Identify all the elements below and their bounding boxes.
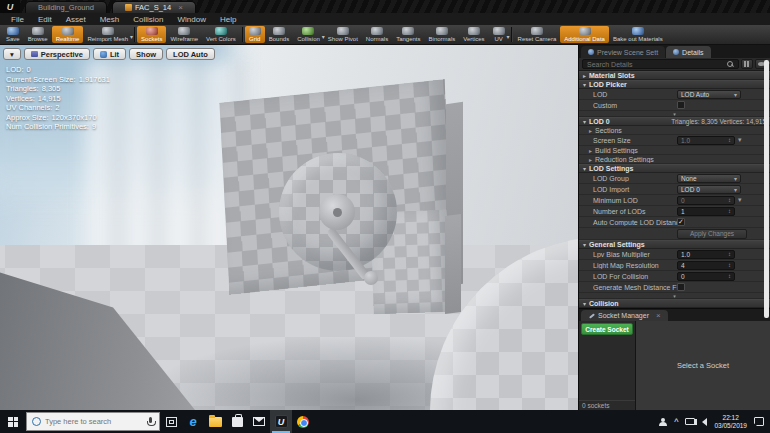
window-tab-label: Building_Ground — [38, 3, 94, 12]
toolbar-label: Grid — [249, 36, 260, 42]
spinner-icon[interactable]: ↕ — [728, 251, 731, 257]
spinner-icon[interactable]: ↕ — [728, 208, 731, 214]
property-label: LOD For Collision — [579, 273, 677, 280]
view-options-button[interactable] — [741, 59, 753, 69]
show-hidden-icons-chevron[interactable]: ^ — [674, 417, 678, 427]
uv-button[interactable]: UV▾ — [489, 26, 509, 43]
menu-file[interactable]: File — [4, 15, 31, 24]
menu-edit[interactable]: Edit — [31, 15, 59, 24]
create-socket-button[interactable]: Create Socket — [581, 323, 633, 335]
volume-icon[interactable] — [702, 418, 707, 426]
close-icon[interactable]: × — [178, 3, 183, 12]
show-button[interactable]: Show — [129, 48, 163, 60]
edge-button[interactable]: e — [182, 410, 204, 433]
details-scrollbar[interactable] — [764, 60, 769, 318]
number-of-lods-input[interactable]: 1↕ — [677, 207, 735, 216]
show-pivot-button[interactable]: Show Pivot — [324, 26, 362, 43]
bounds-button[interactable]: Bounds — [265, 26, 293, 43]
section-lod0[interactable]: ▾ LOD 0 Triangles: 8,305 Vertices: 14,91… — [579, 117, 770, 126]
start-button[interactable] — [0, 410, 26, 433]
menu-help[interactable]: Help — [213, 15, 243, 24]
auto-compute-lod-checkbox[interactable] — [677, 218, 685, 226]
vertices-button[interactable]: Vertices — [459, 26, 488, 43]
task-view-button[interactable] — [160, 410, 182, 433]
people-icon[interactable] — [659, 418, 667, 426]
lit-button[interactable]: Lit — [93, 48, 126, 60]
spinner-icon[interactable]: ↕ — [728, 273, 731, 279]
browse-button[interactable]: Browse — [24, 26, 52, 43]
menu-asset[interactable]: Asset — [59, 15, 93, 24]
sockets-button[interactable]: Sockets — [137, 26, 166, 43]
taskbar-search[interactable] — [26, 412, 160, 431]
search-input[interactable] — [587, 61, 727, 68]
file-explorer-button[interactable] — [204, 410, 226, 433]
apply-changes-button[interactable]: Apply Changes — [677, 229, 747, 239]
custom-checkbox[interactable] — [677, 101, 685, 109]
close-icon[interactable]: × — [656, 311, 661, 320]
grid-button[interactable]: Grid — [245, 26, 265, 43]
lpv-bias-input[interactable]: 1.0↕ — [677, 250, 735, 259]
viewport-options-button[interactable]: ▾ — [3, 48, 21, 60]
section-general-settings[interactable]: ▾ General Settings — [579, 240, 770, 249]
save-button[interactable]: Save — [2, 26, 24, 43]
tangents-button[interactable]: Tangents — [392, 26, 424, 43]
section-lod-picker[interactable]: ▾ LOD Picker — [579, 80, 770, 89]
taskbar-clock[interactable]: 22:12 03/05/2019 — [714, 414, 747, 430]
menu-collision[interactable]: Collision — [126, 15, 170, 24]
light-map-resolution-input[interactable]: 4↕ — [677, 261, 735, 270]
viewport-3d[interactable]: ▾ Perspective Lit Show LOD Auto LOD:0 Cu… — [0, 45, 578, 410]
lod-auto-button[interactable]: LOD Auto — [166, 48, 215, 60]
additional-data-button[interactable]: Additional Data — [560, 26, 609, 43]
row-reduction-settings[interactable]: ▸Reduction Settings — [579, 155, 770, 164]
section-collision[interactable]: ▾ Collision — [579, 299, 770, 308]
section-material-slots[interactable]: ▸ Material Slots — [579, 71, 770, 80]
lod-dropdown[interactable]: LOD Auto▾ — [677, 90, 741, 99]
reset-to-default-icon[interactable]: ▾ — [738, 196, 742, 204]
tab-socket-manager[interactable]: Socket Manager × — [581, 310, 668, 321]
socket-detail-area: Select a Socket — [636, 321, 770, 410]
spinner-icon[interactable]: ↕ — [728, 197, 731, 203]
tab-details[interactable]: Details — [666, 46, 710, 58]
generate-mesh-distance-checkbox[interactable] — [677, 283, 685, 291]
collision-button[interactable]: Collision▾ — [293, 26, 324, 43]
reset-to-default-icon[interactable]: ▾ — [738, 136, 742, 144]
chevron-down-icon[interactable]: ▾ — [130, 33, 133, 40]
screen-size-input[interactable]: 1.0↕ — [677, 136, 735, 145]
section-lod-settings[interactable]: ▾ LOD Settings — [579, 164, 770, 173]
system-tray: ^ 22:12 03/05/2019 — [659, 414, 770, 430]
microphone-icon[interactable] — [147, 417, 154, 427]
row-sections[interactable]: ▸Sections — [579, 126, 770, 135]
realtime-button[interactable]: Realtime — [52, 26, 84, 43]
lod-import-dropdown[interactable]: LOD 0▾ — [677, 185, 741, 194]
vert-colors-button[interactable]: Vert Colors — [202, 26, 240, 43]
row-build-settings[interactable]: ▸Build Settings — [579, 146, 770, 155]
store-button[interactable] — [226, 410, 248, 433]
window-tab-label: FAC_S_14 — [135, 3, 171, 12]
chevron-down-icon[interactable]: ▾ — [507, 33, 510, 40]
section-title: LOD 0 — [589, 118, 610, 125]
tab-preview-scene-settings[interactable]: Preview Scene Sett — [581, 46, 665, 58]
binormals-button[interactable]: Binormals — [425, 26, 460, 43]
unreal-engine-taskbar-button[interactable]: U — [270, 410, 292, 433]
taskbar-search-input[interactable] — [45, 417, 143, 426]
search-field[interactable] — [582, 59, 739, 69]
spinner-icon[interactable]: ↕ — [728, 137, 731, 143]
lod-group-dropdown[interactable]: None▾ — [677, 174, 741, 183]
spinner-icon[interactable]: ↕ — [728, 262, 731, 268]
bake-out-materials-button[interactable]: Bake out Materials — [609, 26, 667, 43]
window-tab-building-ground[interactable]: Building_Ground — [25, 1, 107, 13]
minimum-lod-input[interactable]: 0↕ — [677, 196, 735, 205]
action-center-icon[interactable] — [754, 417, 764, 426]
menu-mesh[interactable]: Mesh — [93, 15, 127, 24]
normals-button[interactable]: Normals — [362, 26, 392, 43]
reimport-mesh-icon — [102, 27, 114, 35]
lod-for-collision-input[interactable]: 0↕ — [677, 272, 735, 281]
mail-button[interactable] — [248, 410, 270, 433]
wireframe-button[interactable]: Wireframe — [166, 26, 202, 43]
window-tab-asset[interactable]: FAC_S_14 × — [112, 1, 196, 13]
chrome-button[interactable] — [292, 410, 314, 433]
menu-window[interactable]: Window — [171, 15, 213, 24]
reimport-mesh-button[interactable]: Reimport Mesh▾ — [83, 26, 132, 43]
reset-camera-button[interactable]: Reset Camera — [514, 26, 561, 43]
perspective-button[interactable]: Perspective — [24, 48, 90, 60]
